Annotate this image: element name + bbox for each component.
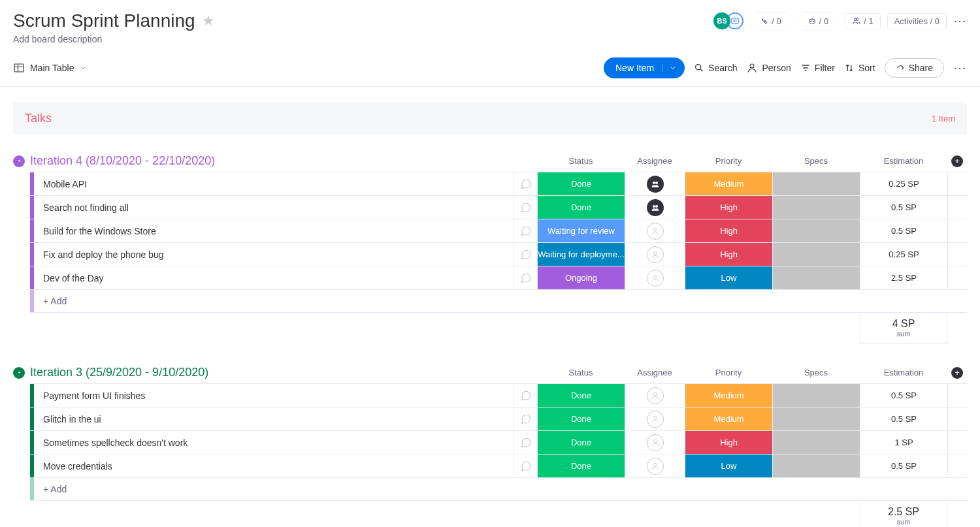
add-column-button[interactable]: +	[947, 367, 967, 379]
more-toolbar-icon[interactable]: ⋯	[953, 60, 967, 76]
estimation-cell[interactable]: 0.5 SP	[860, 455, 947, 477]
filter-button[interactable]: Filter	[800, 63, 835, 73]
integrations-pill[interactable]: / 0	[750, 12, 791, 31]
table-row[interactable]: Move credentialsDoneLow0.5 SP	[30, 454, 967, 477]
estimation-cell[interactable]: 0.25 SP	[860, 172, 947, 195]
comment-icon[interactable]	[514, 196, 537, 219]
add-column-button[interactable]: +	[947, 155, 967, 167]
column-header-estimation[interactable]: Estimation	[860, 156, 947, 166]
board-title[interactable]: Scrum Sprint Planning	[13, 10, 195, 31]
person-filter-button[interactable]: Person	[746, 62, 791, 74]
assignee-cell[interactable]	[625, 384, 685, 407]
status-cell[interactable]: Done	[537, 196, 625, 219]
item-name[interactable]: Mobile API	[34, 172, 514, 195]
add-item-row[interactable]: + Add	[30, 289, 967, 313]
specs-cell[interactable]	[772, 196, 860, 219]
status-cell[interactable]: Waiting for review	[537, 219, 625, 242]
assignee-cell[interactable]	[625, 196, 685, 219]
item-name[interactable]: Move credentials	[34, 455, 514, 477]
members-pill[interactable]: / 1	[845, 13, 880, 29]
comment-icon[interactable]	[514, 407, 537, 430]
estimation-cell[interactable]: 0.5 SP	[860, 407, 947, 430]
new-item-button[interactable]: New Item	[604, 57, 685, 78]
item-name[interactable]: Payment form UI finishes	[34, 384, 514, 407]
table-row[interactable]: Mobile APIDoneMedium0.25 SP	[30, 172, 967, 195]
priority-cell[interactable]: High	[685, 219, 772, 242]
comment-icon[interactable]	[514, 266, 537, 289]
status-cell[interactable]: Done	[537, 384, 625, 407]
automations-pill[interactable]: / 0	[798, 12, 838, 31]
more-menu-icon[interactable]: ⋯	[953, 13, 967, 29]
assignee-empty[interactable]	[647, 458, 664, 475]
status-cell[interactable]: Ongoing	[537, 266, 625, 289]
specs-cell[interactable]	[772, 219, 860, 242]
assignee-cell[interactable]	[625, 431, 685, 454]
status-cell[interactable]: Done	[537, 455, 625, 477]
specs-cell[interactable]	[772, 266, 860, 289]
item-name[interactable]: Build for the Windows Store	[34, 219, 514, 242]
priority-cell[interactable]: High	[685, 196, 772, 219]
column-header-status[interactable]: Status	[537, 156, 625, 166]
priority-cell[interactable]: High	[685, 431, 772, 454]
priority-cell[interactable]: High	[685, 243, 772, 266]
priority-cell[interactable]: Medium	[685, 407, 772, 430]
priority-cell[interactable]: Medium	[685, 384, 772, 407]
assignee-cell[interactable]	[625, 455, 685, 477]
assignee-cell[interactable]	[625, 243, 685, 266]
item-name[interactable]: Dev of the Day	[34, 266, 514, 289]
assignee-empty[interactable]	[647, 387, 664, 404]
assignee-cell[interactable]	[625, 407, 685, 430]
sort-button[interactable]: Sort	[844, 63, 875, 73]
column-header-status[interactable]: Status	[537, 368, 625, 377]
status-cell[interactable]: Done	[537, 431, 625, 454]
priority-cell[interactable]: Low	[685, 266, 772, 289]
status-cell[interactable]: Done	[537, 172, 625, 195]
chevron-down-icon[interactable]	[662, 64, 677, 72]
estimation-cell[interactable]: 0.25 SP	[860, 243, 947, 266]
priority-cell[interactable]: Medium	[685, 172, 772, 195]
table-row[interactable]: Payment form UI finishesDoneMedium0.5 SP	[30, 383, 967, 407]
table-row[interactable]: Build for the Windows StoreWaiting for r…	[30, 219, 967, 242]
comment-icon[interactable]	[514, 384, 537, 407]
specs-cell[interactable]	[772, 243, 860, 266]
comment-icon[interactable]	[514, 455, 537, 477]
assignee-empty[interactable]	[647, 434, 664, 451]
comment-icon[interactable]	[514, 431, 537, 454]
column-header-estimation[interactable]: Estimation	[860, 368, 947, 377]
estimation-cell[interactable]: 2.5 SP	[860, 266, 947, 289]
share-button[interactable]: Share	[885, 58, 944, 78]
comment-icon[interactable]	[514, 219, 537, 242]
search-button[interactable]: Search	[694, 63, 737, 73]
group-title[interactable]: Iteration 3 (25/9/2020 - 9/10/2020)	[30, 366, 208, 379]
collapse-group-icon[interactable]	[13, 367, 25, 379]
priority-cell[interactable]: Low	[685, 455, 772, 477]
talks-group-header[interactable]: Talks1 Item	[13, 103, 967, 135]
assignee-cell[interactable]	[625, 219, 685, 242]
specs-cell[interactable]	[772, 431, 860, 454]
add-item-row[interactable]: + Add	[30, 477, 967, 501]
table-row[interactable]: Sometimes spellcheck doesn't workDoneHig…	[30, 430, 967, 454]
collapse-group-icon[interactable]	[13, 155, 25, 167]
board-description[interactable]: Add board description	[13, 34, 967, 44]
column-header-specs[interactable]: Specs	[772, 368, 860, 377]
view-selector[interactable]: Main Table	[13, 62, 87, 74]
table-row[interactable]: Search not finding allDoneHigh0.5 SP	[30, 195, 967, 219]
item-name[interactable]: Fix and deploy the phone bug	[34, 243, 514, 266]
assignee-avatar[interactable]	[647, 176, 664, 193]
activities-pill[interactable]: Activities / 0	[887, 13, 947, 29]
member-avatars[interactable]: BS	[713, 12, 743, 29]
assignee-empty[interactable]	[647, 246, 664, 263]
assignee-cell[interactable]	[625, 266, 685, 289]
estimation-cell[interactable]: 1 SP	[860, 431, 947, 454]
assignee-empty[interactable]	[647, 411, 664, 428]
group-title[interactable]: Iteration 4 (8/10/2020 - 22/10/2020)	[30, 154, 215, 168]
status-cell[interactable]: Done	[537, 407, 625, 430]
item-name[interactable]: Glitch in the ui	[34, 407, 514, 430]
table-row[interactable]: Fix and deploy the phone bugWaiting for …	[30, 242, 967, 266]
assignee-empty[interactable]	[647, 270, 664, 287]
column-header-priority[interactable]: Priority	[685, 156, 772, 166]
specs-cell[interactable]	[772, 384, 860, 407]
estimation-cell[interactable]: 0.5 SP	[860, 384, 947, 407]
specs-cell[interactable]	[772, 455, 860, 477]
assignee-cell[interactable]	[625, 172, 685, 195]
